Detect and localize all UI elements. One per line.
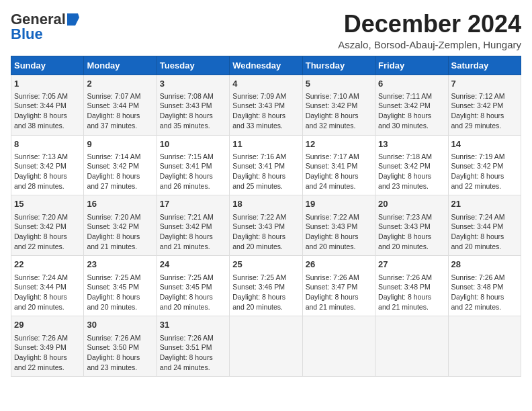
cell-info: Sunrise: 7:16 AM Sunset: 3:41 PM Dayligh…	[232, 152, 299, 191]
cell-info: Sunrise: 7:13 AM Sunset: 3:42 PM Dayligh…	[14, 152, 81, 191]
logo-icon	[67, 13, 79, 26]
calendar-table: Sunday Monday Tuesday Wednesday Thursday…	[11, 56, 521, 377]
calendar-cell	[230, 316, 302, 377]
cell-info: Sunrise: 7:22 AM Sunset: 3:43 PM Dayligh…	[232, 212, 299, 252]
day-number: 17	[160, 198, 226, 210]
calendar-cell: 17 Sunrise: 7:21 AM Sunset: 3:42 PM Dayl…	[157, 195, 229, 256]
cell-info: Sunrise: 7:26 AM Sunset: 3:48 PM Dayligh…	[378, 273, 445, 312]
day-number: 25	[232, 259, 299, 271]
day-number: 4	[232, 78, 299, 90]
day-number: 24	[160, 259, 226, 271]
calendar-cell: 24 Sunrise: 7:25 AM Sunset: 3:45 PM Dayl…	[157, 256, 229, 316]
cell-info: Sunrise: 7:18 AM Sunset: 3:42 PM Dayligh…	[378, 152, 445, 191]
logo-blue: Blue	[11, 26, 43, 43]
calendar-cell: 16 Sunrise: 7:20 AM Sunset: 3:42 PM Dayl…	[84, 195, 157, 256]
cell-info: Sunrise: 7:24 AM Sunset: 3:44 PM Dayligh…	[14, 273, 81, 312]
col-thursday: Thursday	[302, 56, 375, 75]
calendar-cell: 9 Sunrise: 7:14 AM Sunset: 3:42 PM Dayli…	[84, 135, 157, 195]
cell-info: Sunrise: 7:17 AM Sunset: 3:41 PM Dayligh…	[306, 152, 372, 191]
cell-info: Sunrise: 7:07 AM Sunset: 3:44 PM Dayligh…	[87, 91, 153, 131]
col-sunday: Sunday	[11, 56, 84, 75]
day-number: 18	[232, 198, 299, 210]
day-number: 15	[14, 198, 81, 210]
calendar-cell: 5 Sunrise: 7:10 AM Sunset: 3:42 PM Dayli…	[302, 75, 375, 135]
day-number: 5	[306, 78, 372, 90]
calendar-cell: 28 Sunrise: 7:26 AM Sunset: 3:48 PM Dayl…	[448, 256, 521, 316]
calendar-cell	[302, 316, 375, 377]
cell-info: Sunrise: 7:26 AM Sunset: 3:49 PM Dayligh…	[14, 333, 81, 373]
calendar-cell: 19 Sunrise: 7:22 AM Sunset: 3:43 PM Dayl…	[302, 195, 375, 256]
calendar-week-3: 15 Sunrise: 7:20 AM Sunset: 3:42 PM Dayl…	[11, 195, 521, 256]
day-number: 13	[378, 138, 445, 150]
day-number: 6	[378, 78, 445, 90]
cell-info: Sunrise: 7:26 AM Sunset: 3:48 PM Dayligh…	[451, 273, 518, 312]
calendar-cell: 13 Sunrise: 7:18 AM Sunset: 3:42 PM Dayl…	[375, 135, 448, 195]
cell-info: Sunrise: 7:05 AM Sunset: 3:44 PM Dayligh…	[14, 91, 81, 131]
cell-info: Sunrise: 7:20 AM Sunset: 3:42 PM Dayligh…	[87, 212, 153, 252]
cell-info: Sunrise: 7:26 AM Sunset: 3:51 PM Dayligh…	[160, 333, 226, 373]
cell-info: Sunrise: 7:08 AM Sunset: 3:43 PM Dayligh…	[160, 91, 226, 131]
calendar-cell: 1 Sunrise: 7:05 AM Sunset: 3:44 PM Dayli…	[11, 75, 84, 135]
calendar-cell	[448, 316, 521, 377]
day-number: 29	[14, 319, 81, 331]
calendar-cell: 26 Sunrise: 7:26 AM Sunset: 3:47 PM Dayl…	[302, 256, 375, 316]
day-number: 3	[160, 78, 226, 90]
day-number: 10	[160, 138, 226, 150]
logo: General Blue	[11, 11, 79, 43]
cell-info: Sunrise: 7:26 AM Sunset: 3:50 PM Dayligh…	[87, 333, 153, 373]
calendar-cell: 27 Sunrise: 7:26 AM Sunset: 3:48 PM Dayl…	[375, 256, 448, 316]
calendar-cell: 4 Sunrise: 7:09 AM Sunset: 3:43 PM Dayli…	[230, 75, 302, 135]
day-number: 19	[306, 198, 372, 210]
day-number: 20	[378, 198, 445, 210]
day-number: 27	[378, 259, 445, 271]
day-number: 11	[232, 138, 299, 150]
calendar-cell: 8 Sunrise: 7:13 AM Sunset: 3:42 PM Dayli…	[11, 135, 84, 195]
location-subtitle: Aszalo, Borsod-Abauj-Zemplen, Hungary	[338, 39, 521, 50]
calendar-cell: 23 Sunrise: 7:25 AM Sunset: 3:45 PM Dayl…	[84, 256, 157, 316]
svg-marker-0	[67, 13, 79, 26]
day-number: 23	[87, 259, 153, 271]
calendar-cell: 6 Sunrise: 7:11 AM Sunset: 3:42 PM Dayli…	[375, 75, 448, 135]
title-area: December 2024 Aszalo, Borsod-Abauj-Zempl…	[338, 11, 521, 50]
day-number: 1	[14, 78, 81, 90]
cell-info: Sunrise: 7:23 AM Sunset: 3:43 PM Dayligh…	[378, 212, 445, 252]
calendar-cell: 21 Sunrise: 7:24 AM Sunset: 3:44 PM Dayl…	[448, 195, 521, 256]
cell-info: Sunrise: 7:21 AM Sunset: 3:42 PM Dayligh…	[160, 212, 226, 252]
calendar-week-4: 22 Sunrise: 7:24 AM Sunset: 3:44 PM Dayl…	[11, 256, 521, 316]
cell-info: Sunrise: 7:09 AM Sunset: 3:43 PM Dayligh…	[232, 91, 299, 131]
calendar-cell: 31 Sunrise: 7:26 AM Sunset: 3:51 PM Dayl…	[157, 316, 229, 377]
cell-info: Sunrise: 7:10 AM Sunset: 3:42 PM Dayligh…	[306, 91, 372, 131]
cell-info: Sunrise: 7:22 AM Sunset: 3:43 PM Dayligh…	[306, 212, 372, 252]
calendar-cell: 10 Sunrise: 7:15 AM Sunset: 3:41 PM Dayl…	[157, 135, 229, 195]
calendar-cell: 25 Sunrise: 7:25 AM Sunset: 3:46 PM Dayl…	[230, 256, 302, 316]
cell-info: Sunrise: 7:24 AM Sunset: 3:44 PM Dayligh…	[451, 212, 518, 252]
day-number: 7	[451, 78, 518, 90]
calendar-cell: 30 Sunrise: 7:26 AM Sunset: 3:50 PM Dayl…	[84, 316, 157, 377]
day-number: 16	[87, 198, 153, 210]
calendar-cell: 7 Sunrise: 7:12 AM Sunset: 3:42 PM Dayli…	[448, 75, 521, 135]
day-number: 31	[160, 319, 226, 331]
cell-info: Sunrise: 7:11 AM Sunset: 3:42 PM Dayligh…	[378, 91, 445, 131]
calendar-cell: 11 Sunrise: 7:16 AM Sunset: 3:41 PM Dayl…	[230, 135, 302, 195]
col-monday: Monday	[84, 56, 157, 75]
day-number: 22	[14, 259, 81, 271]
month-title: December 2024	[338, 11, 521, 38]
cell-info: Sunrise: 7:14 AM Sunset: 3:42 PM Dayligh…	[87, 152, 153, 191]
day-number: 9	[87, 138, 153, 150]
calendar-cell: 20 Sunrise: 7:23 AM Sunset: 3:43 PM Dayl…	[375, 195, 448, 256]
col-wednesday: Wednesday	[230, 56, 302, 75]
day-number: 12	[306, 138, 372, 150]
cell-info: Sunrise: 7:25 AM Sunset: 3:46 PM Dayligh…	[232, 273, 299, 312]
calendar-cell: 12 Sunrise: 7:17 AM Sunset: 3:41 PM Dayl…	[302, 135, 375, 195]
calendar-week-2: 8 Sunrise: 7:13 AM Sunset: 3:42 PM Dayli…	[11, 135, 521, 195]
calendar-cell: 2 Sunrise: 7:07 AM Sunset: 3:44 PM Dayli…	[84, 75, 157, 135]
calendar-cell: 14 Sunrise: 7:19 AM Sunset: 3:42 PM Dayl…	[448, 135, 521, 195]
col-friday: Friday	[375, 56, 448, 75]
calendar-cell: 29 Sunrise: 7:26 AM Sunset: 3:49 PM Dayl…	[11, 316, 84, 377]
cell-info: Sunrise: 7:19 AM Sunset: 3:42 PM Dayligh…	[451, 152, 518, 191]
calendar-cell: 18 Sunrise: 7:22 AM Sunset: 3:43 PM Dayl…	[230, 195, 302, 256]
cell-info: Sunrise: 7:25 AM Sunset: 3:45 PM Dayligh…	[87, 273, 153, 312]
col-saturday: Saturday	[448, 56, 521, 75]
day-number: 30	[87, 319, 153, 331]
cell-info: Sunrise: 7:15 AM Sunset: 3:41 PM Dayligh…	[160, 152, 226, 191]
